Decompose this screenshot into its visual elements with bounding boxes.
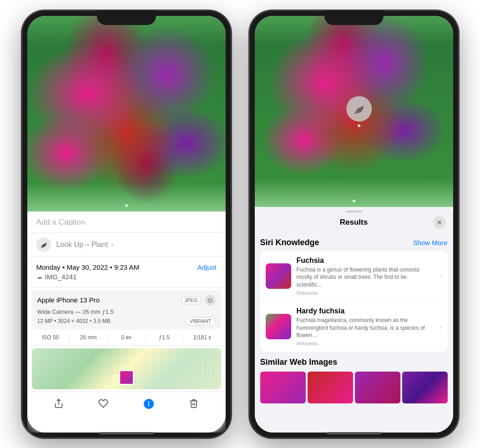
camera-model: Apple iPhone 13 Pro [37,296,100,304]
similar-section: Similar Web Images [260,352,448,407]
home-indicator-1 [99,432,154,434]
similar-images [260,372,448,403]
siri-section-title: Siri Knowledge [260,238,319,247]
leaf-lookup-icon [353,102,365,115]
notch-2 [324,10,384,25]
fuchsia-source: Wikipedia [297,290,435,296]
notch-1 [97,10,156,25]
knowledge-item-fuchsia[interactable]: Fuchsia Fuchsia is a genus of flowering … [260,251,448,302]
camera-badges: JPEG ⊙ [182,295,216,306]
svg-point-2 [148,401,149,403]
show-more-button[interactable]: Show More [413,239,448,247]
info-icon [143,398,154,412]
knowledge-item-hardy[interactable]: Hardy fuchsia Fuchsia magellanica, commo… [260,302,448,352]
close-icon: ✕ [437,219,442,226]
heart-icon [98,398,108,411]
hardy-description: Fuchsia magellanica, commonly known as t… [297,317,435,339]
hardy-source: Wikipedia [297,341,435,346]
phone2-screen: Results ✕ Siri Knowledge Show More [255,16,453,433]
meta-section: Monday • May 30, 2022 • 9:23 AM Adjust ☁… [27,257,226,287]
vl-dot [358,124,360,127]
jpeg-badge: JPEG [182,296,201,304]
exif-ev: 0 ev [107,333,145,342]
share-icon [54,398,64,411]
knowledge-card: Fuchsia Fuchsia is a genus of flowering … [260,251,448,352]
caption-placeholder[interactable]: Add a Caption [36,218,86,227]
similar-image-4[interactable] [402,372,448,403]
flower-image-content [27,16,226,211]
filename: IMG_4241 [45,273,77,281]
share-button[interactable] [54,398,64,411]
exif-iso: ISO 50 [32,333,70,342]
vibrant-badge: VIBRANT [186,317,216,325]
phone-1: Add a Caption Look Up – Plant › [22,10,231,438]
trash-icon [189,398,199,411]
results-panel: Results ✕ Siri Knowledge Show More [255,207,453,433]
phone-2: Results ✕ Siri Knowledge Show More [249,10,459,438]
leaf-icon [40,241,48,249]
fuchsia-description: Fuchsia is a genus of flowering plants t… [297,266,435,289]
trash-svg [189,398,199,408]
adjust-button[interactable]: Adjust [197,263,217,271]
photo-display [27,16,226,211]
phone1-screen: Add a Caption Look Up – Plant › [27,16,226,433]
exif-row: ISO 50 26 mm 0 ev ƒ1.5 1/181 s [27,330,226,346]
results-header: Results ✕ [255,212,453,233]
map-thumbnail [119,370,134,385]
home-indicator-2 [327,432,381,434]
photo-display-2 [255,16,453,207]
lookup-icon [36,237,51,252]
exif-aperture: ƒ1.5 [146,333,183,342]
map-preview [32,348,221,389]
results-content: Siri Knowledge Show More Fuchsia Fuchsia… [255,233,453,408]
bottom-toolbar [27,392,226,433]
camera-specs: 12 MP • 3024 × 4032 • 3.5 MB [37,318,111,324]
exif-shutter: 1/181 s [183,333,221,342]
camera-detail: Wide Camera — 26 mm ƒ1.5 [37,308,216,315]
hardy-chevron: › [440,323,442,330]
exif-focal: 26 mm [70,333,107,342]
scroll-dot-2 [353,200,355,202]
similar-title: Similar Web Images [260,357,448,367]
svg-rect-3 [148,403,149,406]
visual-lookup-circle[interactable] [346,96,372,121]
cloud-icon: ☁ [36,273,42,280]
lookup-subject: Plant [91,241,108,248]
scroll-dot [125,204,128,207]
results-title: Results [275,218,433,227]
lookup-label: Look Up – [56,241,90,248]
share-svg [54,398,64,408]
info-svg [143,398,154,409]
fuchsia-thumbnail [266,263,291,289]
similar-image-3[interactable] [355,372,400,403]
heart-svg [98,398,108,408]
fuchsia-text: Fuchsia Fuchsia is a genus of flowering … [297,257,435,296]
camera-section: Apple iPhone 13 Pro JPEG ⊙ Wide Camera —… [32,290,221,330]
close-button[interactable]: ✕ [433,216,446,229]
siri-knowledge-header: Siri Knowledge Show More [260,233,448,251]
similar-image-1[interactable] [260,372,306,403]
photo-date: Monday • May 30, 2022 • 9:23 AM [36,263,139,271]
location-icon[interactable]: ⊙ [205,295,216,306]
hardy-name: Hardy fuchsia [297,307,435,315]
caption-area[interactable]: Add a Caption [27,211,226,233]
favorite-button[interactable] [98,398,108,411]
fuchsia-name: Fuchsia [297,257,435,265]
hardy-text: Hardy fuchsia Fuchsia magellanica, commo… [297,307,435,346]
delete-button[interactable] [189,398,199,411]
info-button[interactable] [143,398,154,412]
similar-image-2[interactable] [308,372,353,403]
lookup-row[interactable]: Look Up – Plant › [27,233,226,257]
lookup-text: Look Up – Plant › [56,241,114,249]
lookup-arrow: › [111,241,113,248]
hardy-thumbnail [266,314,291,339]
fuchsia-chevron: › [440,272,442,280]
